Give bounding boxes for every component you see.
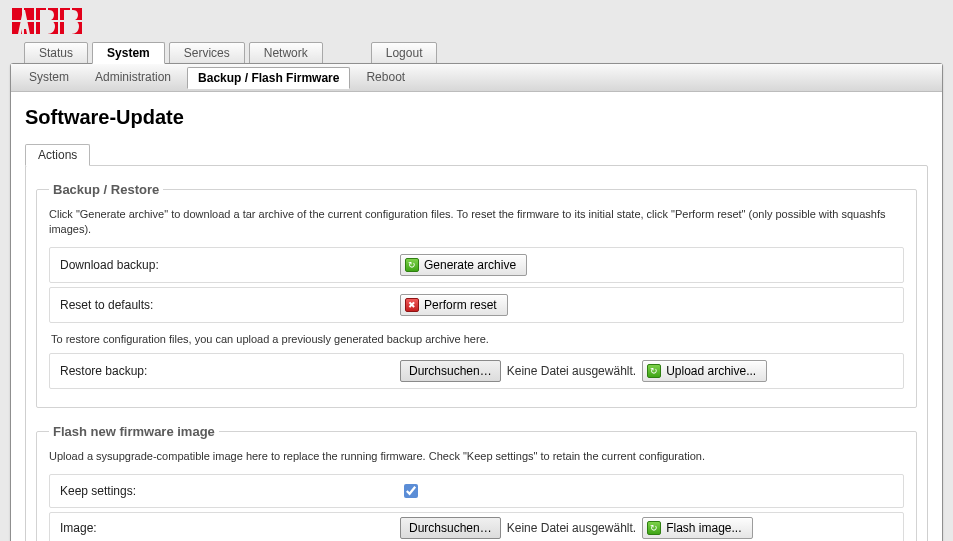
reload-icon: ↻ [405,258,419,272]
abb-logo [12,8,943,36]
perform-reset-button[interactable]: ✖ Perform reset [400,294,508,316]
flash-section: Flash new firmware image Upload a sysupg… [36,424,917,541]
row-reset-defaults: Reset to defaults: ✖ Perform reset [49,287,904,323]
image-label: Image: [60,521,400,535]
restore-file-status: Keine Datei ausgewählt. [507,364,636,378]
flash-icon: ↻ [647,521,661,535]
generate-archive-label: Generate archive [424,258,516,272]
backup-legend: Backup / Restore [49,182,163,197]
reset-icon: ✖ [405,298,419,312]
tab-system[interactable]: System [92,42,165,64]
upload-icon: ↻ [647,364,661,378]
tab-status[interactable]: Status [24,42,88,64]
generate-archive-button[interactable]: ↻ Generate archive [400,254,527,276]
main-frame: System Administration Backup / Flash Fir… [10,63,943,541]
download-backup-label: Download backup: [60,258,400,272]
backup-section: Backup / Restore Click "Generate archive… [36,182,917,408]
reset-defaults-label: Reset to defaults: [60,298,400,312]
row-restore-backup: Restore backup: Durchsuchen… Keine Datei… [49,353,904,389]
tab-network[interactable]: Network [249,42,323,64]
perform-reset-label: Perform reset [424,298,497,312]
subnav-backup-flash[interactable]: Backup / Flash Firmware [187,67,350,89]
restore-browse-button[interactable]: Durchsuchen… [400,360,501,382]
keep-settings-checkbox[interactable] [404,484,418,498]
flash-image-label: Flash image... [666,521,741,535]
page-title: Software-Update [25,106,928,129]
restore-backup-label: Restore backup: [60,364,400,378]
subnav-administration[interactable]: Administration [85,67,181,88]
upload-archive-label: Upload archive... [666,364,756,378]
row-image: Image: Durchsuchen… Keine Datei ausgewäh… [49,512,904,541]
backup-help: Click "Generate archive" to download a t… [49,207,904,237]
subnav-reboot[interactable]: Reboot [356,67,415,88]
actions-panel: Backup / Restore Click "Generate archive… [25,165,928,541]
flash-help: Upload a sysupgrade-compatible image her… [49,449,904,464]
restore-note: To restore configuration files, you can … [51,333,902,345]
upload-archive-button[interactable]: ↻ Upload archive... [642,360,767,382]
flash-image-button[interactable]: ↻ Flash image... [642,517,752,539]
subnav-system[interactable]: System [19,67,79,88]
image-browse-button[interactable]: Durchsuchen… [400,517,501,539]
svg-rect-0 [12,8,22,20]
flash-legend: Flash new firmware image [49,424,219,439]
image-file-status: Keine Datei ausgewählt. [507,521,636,535]
row-keep-settings: Keep settings: [49,474,904,508]
inner-tab-actions[interactable]: Actions [25,144,90,166]
keep-settings-label: Keep settings: [60,484,400,498]
secondary-nav: System Administration Backup / Flash Fir… [11,64,942,92]
row-download-backup: Download backup: ↻ Generate archive [49,247,904,283]
primary-tabs: Status System Services Network Logout [24,42,943,64]
tab-logout[interactable]: Logout [371,42,438,64]
tab-services[interactable]: Services [169,42,245,64]
